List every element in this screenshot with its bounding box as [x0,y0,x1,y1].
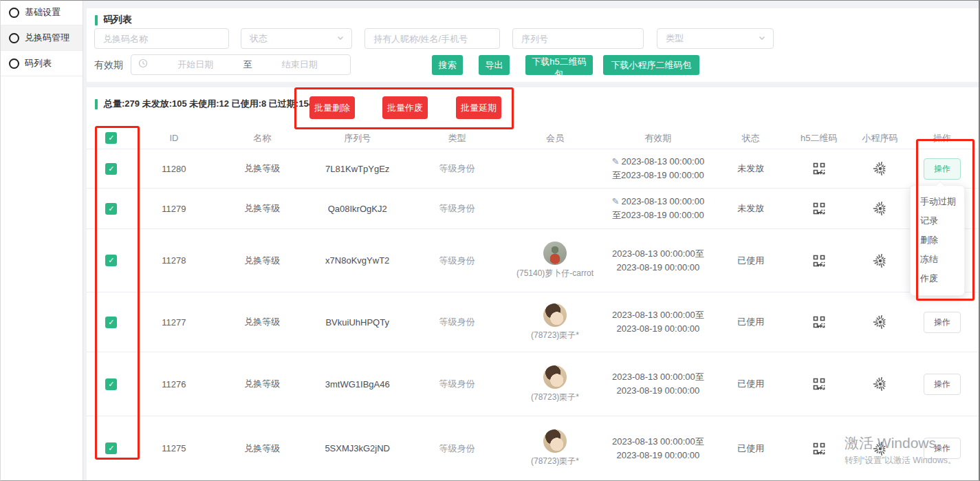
action-dropdown-list: 手动过期记录删除冻结作废 [911,186,964,295]
validity-line1: 2023-08-13 00:00:00至 [612,247,704,261]
table-header-row: ✓ID名称序列号类型会员有效期状态h5二维码小程序码操作 [87,127,979,149]
batch-extend-button[interactable]: 批量延期 [456,96,501,119]
table-body: ✓11280兑换等级7L81KwTpYgEz等级身份✎2023-08-13 00… [87,149,979,481]
cell-miniprogram-code [854,314,906,330]
cell-name: 兑换等级 [212,162,313,175]
row-checkbox[interactable]: ✓ [105,203,117,215]
member-name: (78723)栗子* [531,392,579,403]
member-avatar [543,429,567,453]
column-header-status: 状态 [718,132,783,145]
cell-validity: 2023-08-13 00:00:00至2023-08-19 00:00:00 [598,308,718,336]
row-checkbox[interactable]: ✓ [105,255,117,266]
batch-void-button[interactable]: 批量作废 [382,96,428,119]
validity-text: 2023-08-13 00:00:00至 [612,310,704,320]
dropdown-item-0[interactable]: 手动过期 [911,192,964,211]
qrcode-icon[interactable] [812,442,826,456]
row-checkbox[interactable]: ✓ [105,378,117,390]
row-checkbox[interactable]: ✓ [105,442,117,454]
cell-serial: Qa08IkrOgKJ2 [313,204,402,214]
qrcode-icon[interactable] [812,202,826,215]
batch-delete-button[interactable]: 批量删除 [309,96,355,119]
miniprogram-code-icon[interactable] [872,200,889,217]
radio-circle-icon [9,58,19,69]
miniprogram-code-icon[interactable] [872,440,889,457]
row-select-cell: ✓ [87,255,136,266]
cell-action: 操作 [906,438,979,459]
row-select-cell: ✓ [87,317,136,328]
dropdown-item-1[interactable]: 记录 [911,211,964,231]
search-button[interactable]: 搜索 [432,55,463,75]
qrcode-icon[interactable] [812,254,826,268]
status-badge: 已使用 [718,442,783,455]
cell-h5-qrcode [783,315,854,329]
cell-serial: x7N8oKvgYwT2 [313,255,402,266]
row-checkbox[interactable]: ✓ [105,317,117,328]
qrcode-icon[interactable] [812,377,826,391]
status-select-placeholder: 状态 [250,32,268,45]
row-action-button[interactable]: 操作 [924,158,961,180]
cell-miniprogram-code [854,160,906,177]
dropdown-item-3[interactable]: 冻结 [911,250,964,269]
validity-line2: 2023-08-19 00:00:00 [617,322,700,336]
select-all-checkbox[interactable]: ✓ [105,132,117,144]
cell-validity: ✎2023-08-13 00:00:00至2023-08-19 00:00:00 [598,195,718,222]
cell-id: 11276 [136,379,212,389]
table-row: ✓11278兑换等级x7N8oKvgYwT2等级身份(75140)萝卜仔-car… [87,229,979,292]
validity-line1: ✎2023-08-13 00:00:00 [612,195,705,209]
type-select-placeholder: 类型 [666,32,684,45]
qrcode-icon[interactable] [812,162,826,175]
validity-text: 2023-08-13 00:00:00 [621,196,704,206]
row-select-cell: ✓ [87,203,136,215]
download-miniprogram-qrcode-button[interactable]: 下载小程序二维码包 [603,55,699,75]
validity-line2: 至2023-08-19 00:00:00 [612,169,704,182]
miniprogram-code-icon[interactable] [872,160,889,177]
row-action-button[interactable]: 操作 [924,312,961,333]
row-checkbox[interactable]: ✓ [105,163,117,175]
summary-stats: 总量:279 未发放:105 未使用:12 已使用:8 已过期:154 [95,98,314,110]
cell-member: (78723)栗子* [512,365,598,403]
holder-input[interactable] [364,28,500,49]
sidebar-item-0[interactable]: 基础设置 [0,0,83,25]
validity-line1: 2023-08-13 00:00:00至 [612,308,704,322]
sidebar-item-2[interactable]: 码列表 [0,51,83,76]
download-h5-qrcode-button[interactable]: 下载h5二维码包 [525,55,593,75]
date-range-picker[interactable]: 开始日期 至 结束日期 [131,54,351,75]
date-range-separator: 至 [243,58,252,71]
validity-text: 2023-08-13 00:00:00至 [612,372,704,382]
cell-serial: 7L81KwTpYgEz [313,164,402,174]
end-date-placeholder[interactable]: 结束日期 [257,58,344,71]
qrcode-icon[interactable] [812,315,826,329]
cell-validity: 2023-08-13 00:00:00至2023-08-19 00:00:00 [598,370,718,398]
validity-line2: 至2023-08-19 00:00:00 [612,209,704,222]
filter-panel: 码列表 状态 类型 有效期 开始日期 至 结束日期 搜索 导出 下载h5二维码包… [87,8,979,82]
edit-icon[interactable]: ✎ [612,196,620,206]
dropdown-item-2[interactable]: 删除 [911,231,964,250]
edit-icon[interactable]: ✎ [612,156,620,167]
cell-h5-qrcode [783,162,854,175]
type-select[interactable]: 类型 [657,28,774,49]
cell-serial: 3mtWG1IBgA46 [313,379,402,389]
miniprogram-code-icon[interactable] [872,376,889,392]
cell-serial: 5SXMJ3kG2jND [313,443,402,453]
export-button[interactable]: 导出 [479,55,510,75]
cell-type: 等级身份 [402,255,512,267]
cell-miniprogram-code [854,253,906,269]
row-action-button[interactable]: 操作 [924,374,961,395]
cell-id: 11280 [136,164,212,174]
dropdown-item-4[interactable]: 作废 [911,269,964,288]
summary-text: 总量:279 未发放:105 未使用:12 已使用:8 已过期:154 [104,98,314,110]
cell-member: (78723)栗子* [512,429,598,467]
miniprogram-code-icon[interactable] [872,314,889,330]
start-date-placeholder[interactable]: 开始日期 [152,58,239,71]
code-name-input[interactable] [94,28,229,49]
status-select[interactable]: 状态 [241,28,352,49]
validity-line2: 2023-08-19 00:00:00 [617,261,700,275]
sidebar-menu: 基础设置兑换码管理码列表 [0,0,83,76]
cell-name: 兑换等级 [212,202,313,215]
serial-input[interactable] [512,28,644,49]
miniprogram-code-icon[interactable] [872,253,889,269]
cell-name: 兑换等级 [212,316,313,328]
row-action-button[interactable]: 操作 [924,438,961,459]
validity-line1: 2023-08-13 00:00:00至 [612,370,704,384]
sidebar-item-1[interactable]: 兑换码管理 [0,25,83,51]
